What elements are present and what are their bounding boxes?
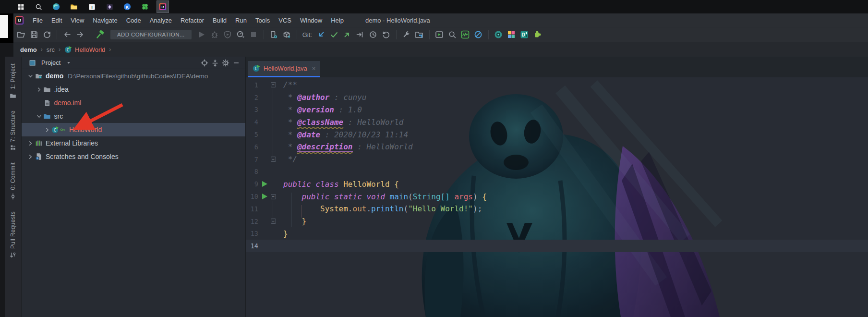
code-line-3[interactable]: 3 * @version : 1.0	[246, 104, 868, 116]
breadcrumb-helloworld[interactable]: CHelloWorld	[64, 46, 105, 54]
stripe-structure[interactable]: 7: Structure	[10, 110, 16, 151]
chevron-right-icon[interactable]	[43, 126, 51, 134]
plugin-manager-icon[interactable]	[531, 29, 544, 40]
add-configuration-button[interactable]: ADD CONFIGURATION...	[110, 30, 192, 39]
tree-demo[interactable]: demoD:\PersonalFiles\github\githubCodes\…	[22, 69, 245, 83]
rollback-icon[interactable]	[380, 29, 393, 40]
plugin-round-icon[interactable]	[492, 29, 505, 40]
update-project-icon[interactable]	[315, 29, 328, 40]
attach-to-process-icon[interactable]	[267, 29, 280, 40]
search-everywhere-icon[interactable]	[446, 29, 459, 40]
code-line-10[interactable]: 10− public static void main(String[] arg…	[246, 190, 868, 203]
chevron-right-icon[interactable]	[35, 85, 43, 94]
stripe-project[interactable]: 1: Project	[10, 63, 16, 99]
run-gutter-icon[interactable]	[260, 181, 269, 187]
project-structure-icon[interactable]	[413, 29, 426, 40]
build-project-icon[interactable]	[94, 29, 107, 40]
code-area[interactable]: 1−/**2 * @author : cunyu3 * @version : 1…	[246, 77, 868, 317]
fold-marker-icon[interactable]: −	[269, 157, 277, 162]
intellij-idea-icon[interactable]: IJ	[157, 0, 169, 13]
stripe-commit[interactable]: 0: Commit	[10, 162, 16, 199]
panel-settings-gear-icon[interactable]	[220, 58, 231, 68]
fold-box[interactable]: −	[271, 157, 276, 162]
collapse-all-icon[interactable]	[210, 58, 220, 68]
menu-view[interactable]: View	[66, 15, 88, 26]
fold-marker-icon[interactable]: −	[269, 194, 277, 199]
code-line-6[interactable]: 6 * @description : HelloWorld	[246, 141, 868, 153]
menu-run[interactable]: Run	[231, 15, 251, 26]
hide-panel-icon[interactable]	[231, 58, 241, 68]
run-anything-icon[interactable]	[433, 29, 446, 40]
clover-app-icon[interactable]	[139, 0, 151, 13]
menu-tools[interactable]: Tools	[251, 15, 274, 26]
run-icon[interactable]	[195, 29, 208, 40]
profiler-icon[interactable]	[234, 29, 247, 40]
typora-app-icon[interactable]: T	[85, 0, 98, 13]
menu-edit[interactable]: Edit	[47, 15, 66, 26]
locate-file-icon[interactable]	[199, 58, 210, 68]
menu-code[interactable]: Code	[122, 15, 145, 26]
code-line-5[interactable]: 5 * @date : 2020/10/23 11:14	[246, 128, 868, 141]
tab-helloworld-java[interactable]: C HelloWorld.java ×	[248, 61, 320, 77]
chevron-down-icon[interactable]	[26, 72, 35, 80]
menu-window[interactable]: Window	[296, 15, 326, 26]
breadcrumb-src[interactable]: src	[47, 46, 55, 53]
menu-refactor[interactable]: Refactor	[176, 15, 208, 26]
tree-idea[interactable]: .idea	[22, 83, 245, 96]
menu-navigate[interactable]: Navigate	[88, 15, 121, 26]
material-theme-plugin-icon[interactable]	[505, 29, 518, 40]
code-line-13[interactable]: 13}	[246, 228, 868, 240]
save-all-icon[interactable]	[27, 29, 40, 40]
tree-scratches[interactable]: Scratches and Consoles	[22, 150, 245, 163]
synchronize-icon[interactable]	[40, 29, 53, 40]
package-download-icon[interactable]	[280, 29, 293, 40]
run-with-coverage-icon[interactable]	[221, 29, 234, 40]
code-line-12[interactable]: 12− }	[246, 215, 868, 228]
fold-box[interactable]: −	[271, 219, 276, 224]
close-tab-icon[interactable]: ×	[312, 65, 316, 72]
tree-src[interactable]: src	[22, 110, 245, 123]
tree-helloworld[interactable]: CHelloWorld	[22, 123, 245, 136]
dark-app-icon[interactable]	[103, 0, 116, 13]
tree-external-libraries[interactable]: External Libraries	[22, 136, 245, 150]
code-line-11[interactable]: 11 System.out.println("Hello World!");	[246, 203, 868, 215]
fold-marker-icon[interactable]: −	[269, 82, 277, 87]
keep-app-icon[interactable]: K	[121, 0, 133, 13]
code-line-7[interactable]: 7− */	[246, 153, 868, 166]
stripe-pull-requests[interactable]: Pull Requests	[10, 211, 16, 258]
chevron-down-icon[interactable]	[63, 58, 74, 68]
plugin-d-icon[interactable]: D	[518, 29, 531, 40]
forward-icon[interactable]	[73, 29, 86, 40]
chevron-right-icon[interactable]	[26, 139, 35, 147]
code-line-9[interactable]: 9public class HelloWorld {	[246, 178, 868, 190]
run-gutter-icon[interactable]	[260, 194, 269, 199]
menu-analyze[interactable]: Analyze	[145, 15, 176, 26]
zen-mode-plugin-icon[interactable]	[472, 29, 485, 40]
menu-help[interactable]: Help	[326, 15, 348, 26]
fold-box[interactable]: −	[271, 82, 276, 87]
tree-demo-iml[interactable]: demo.iml	[22, 96, 245, 110]
wakatime-plugin-icon[interactable]	[459, 29, 472, 40]
breadcrumb-demo[interactable]: demo	[20, 46, 37, 53]
code-line-2[interactable]: 2 * @author : cunyu	[246, 91, 868, 104]
menu-vcs[interactable]: VCS	[274, 15, 296, 26]
chevron-right-icon[interactable]	[26, 153, 35, 161]
push-icon[interactable]	[341, 29, 354, 40]
open-icon[interactable]	[14, 29, 27, 40]
commit-icon[interactable]	[328, 29, 341, 40]
menu-build[interactable]: Build	[208, 15, 231, 26]
code-line-14[interactable]: 14	[246, 240, 868, 252]
code-line-1[interactable]: 1−/**	[246, 79, 868, 91]
cherry-pick-icon[interactable]	[354, 29, 367, 40]
back-icon[interactable]	[60, 29, 73, 40]
code-line-4[interactable]: 4 * @className : HelloWorld	[246, 116, 868, 128]
file-explorer-icon[interactable]	[68, 0, 80, 13]
edge-browser-icon[interactable]	[50, 0, 62, 13]
code-line-8[interactable]: 8	[246, 166, 868, 178]
fold-box[interactable]: −	[271, 194, 276, 199]
taskbar-search-icon[interactable]	[32, 0, 45, 13]
stop-icon[interactable]	[247, 29, 260, 40]
windows-start-icon[interactable]	[14, 0, 27, 13]
fold-marker-icon[interactable]: −	[269, 219, 277, 224]
menu-file[interactable]: File	[28, 15, 47, 26]
